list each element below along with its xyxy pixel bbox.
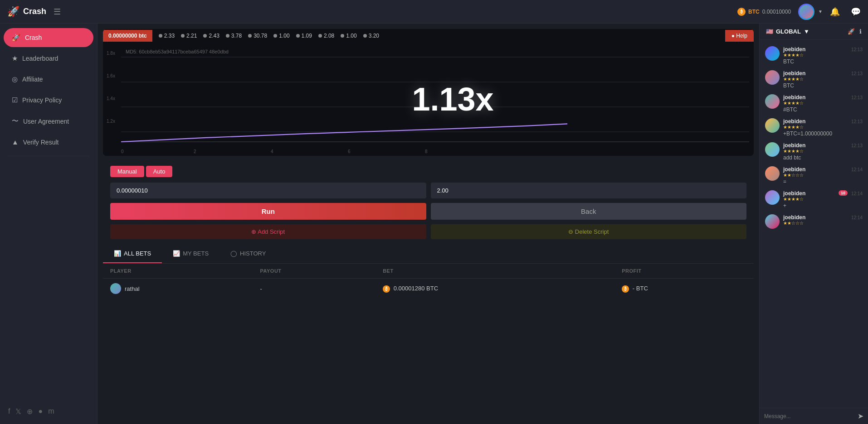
chat-avatar — [765, 46, 780, 61]
chat-input-area: ➤ — [760, 408, 868, 424]
history-tab[interactable]: ◯ HISTORY — [219, 245, 277, 263]
chat-time: 12:13 — [851, 118, 863, 124]
history-item-5[interactable]: 1.00 — [273, 33, 289, 39]
main-content: 0.00000000 btc 2.33 2.21 2.43 3.78 30.78… — [98, 24, 759, 424]
chat-username: joebiden — [783, 118, 848, 125]
chat-stars: ★★★★☆ — [783, 197, 835, 202]
user-avatar-area[interactable]: ▼ — [798, 4, 823, 20]
script-row: ⊕ Add Script ⊖ Delete Script — [110, 224, 746, 239]
all-bets-tab[interactable]: 📊 ALL BETS — [103, 245, 162, 263]
history-item-1[interactable]: 2.21 — [181, 33, 197, 39]
chat-stars: ★★★★☆ — [783, 125, 848, 130]
history-item-3[interactable]: 3.78 — [226, 33, 242, 39]
chat-avatar — [765, 190, 780, 205]
col-payout: PAYOUT — [253, 264, 376, 279]
telegram-icon[interactable]: ● — [38, 407, 43, 416]
twitter-icon[interactable]: 𝕏 — [15, 407, 21, 416]
chat-body: joebiden ★★★★☆ BTC — [783, 70, 848, 89]
leaderboard-icon: ★ — [12, 54, 18, 63]
sidebar-item-user-agreement-label: User Agreement — [23, 118, 69, 125]
chat-text: BTC — [783, 58, 848, 65]
hamburger-button[interactable]: ☰ — [54, 7, 61, 17]
chat-time: 12:14 — [851, 190, 863, 196]
chat-messages: joebiden ★★★★☆ BTC 12:13 joebiden ★★★★☆ … — [760, 40, 868, 408]
add-script-button[interactable]: ⊕ Add Script — [110, 224, 426, 239]
facebook-icon[interactable]: f — [8, 407, 10, 416]
delete-script-button[interactable]: ⊖ Delete Script — [431, 224, 747, 239]
crash-icon: 🚀 — [12, 34, 20, 42]
chat-stars: ★★★★☆ — [783, 53, 848, 58]
sidebar-item-affiliate-label: Affiliate — [22, 76, 43, 83]
chat-avatar — [765, 214, 780, 229]
history-item-2[interactable]: 2.43 — [203, 33, 219, 39]
chart-container: MD5: 60cb8eb53a94117bceba65497 48e0dbd 1… — [103, 43, 754, 156]
chat-stars: ★★☆☆☆ — [783, 173, 848, 178]
help-button[interactable]: ● Help — [725, 30, 754, 42]
chat-stars: ★★☆☆☆ — [783, 221, 848, 226]
player-name: rathal — [125, 285, 140, 292]
verify-icon: ▲ — [12, 138, 19, 146]
chat-avatar — [765, 94, 780, 109]
auto-tab[interactable]: Auto — [146, 166, 173, 177]
run-button[interactable]: Run — [110, 203, 426, 220]
chat-stars: ★★★★☆ — [783, 149, 848, 154]
notification-bell-icon[interactable]: 🔔 — [830, 7, 840, 17]
sidebar-item-leaderboard[interactable]: ★ Leaderboard — [4, 49, 93, 68]
avatar-button[interactable] — [798, 4, 814, 20]
my-bets-icon: 📈 — [173, 250, 180, 257]
bets-table: PLAYER PAYOUT BET PROFIT rathal — [103, 264, 754, 299]
chat-text: BTC — [783, 82, 848, 89]
history-item-6[interactable]: 1.09 — [296, 33, 312, 39]
bets-section: 📊 ALL BETS 📈 MY BETS ◯ HISTORY PLAYER PA… — [103, 245, 754, 299]
sidebar-item-verify[interactable]: ▲ Verify Result — [4, 133, 93, 151]
history-item-8[interactable]: 1.00 — [341, 33, 356, 39]
manual-tab[interactable]: Manual — [110, 166, 144, 177]
chat-message: joebiden ★★☆☆☆ = 12:14 — [760, 164, 868, 188]
my-bets-tab[interactable]: 📈 MY BETS — [162, 245, 219, 263]
back-button[interactable]: Back — [431, 203, 747, 220]
chat-text: = — [783, 178, 848, 185]
header-right: ₿ BTC 0.00010000 ▼ 🔔 💬 — [737, 4, 861, 20]
mode-tabs: Manual Auto — [110, 166, 746, 177]
history-item-0[interactable]: 2.33 — [159, 33, 175, 39]
sidebar-item-privacy[interactable]: ☑ Privacy Policy — [4, 91, 93, 110]
col-profit: PROFIT — [614, 264, 754, 279]
chat-message: joebiden ★★☆☆☆ 12:14 — [760, 212, 868, 231]
chat-time: 12:14 — [851, 214, 863, 220]
reddit-icon[interactable]: m — [48, 407, 54, 416]
sidebar-item-affiliate[interactable]: ◎ Affiliate — [4, 70, 93, 89]
my-bets-label: MY BETS — [183, 250, 209, 257]
action-row: Run Back — [110, 203, 746, 220]
chat-message-input[interactable] — [764, 413, 854, 419]
game-header: 0.00000000 btc 2.33 2.21 2.43 3.78 30.78… — [103, 29, 754, 43]
history-item-9[interactable]: 3.20 — [363, 33, 379, 39]
chat-message: joebiden ★★★★☆ #BTC 12:13 — [760, 92, 868, 116]
chat-message: joebiden ★★★★☆ +BTC=1.000000000 12:13 — [760, 116, 868, 140]
all-bets-label: ALL BETS — [124, 250, 151, 257]
chat-stars: ★★★★☆ — [783, 101, 848, 106]
bet-amount-input[interactable] — [110, 183, 426, 198]
profit-btc-icon: ₿ — [622, 285, 629, 293]
chat-send-button[interactable]: ➤ — [858, 412, 863, 420]
sidebar-item-user-agreement[interactable]: 〜 User Agreement — [4, 111, 93, 131]
chat-message: joebiden ★★★★☆ add btc 12:13 — [760, 140, 868, 164]
global-dropdown-icon[interactable]: ▼ — [804, 28, 809, 35]
player-avatar — [110, 283, 121, 294]
chat-badge: 10 — [839, 190, 848, 196]
multiplier-input[interactable] — [431, 183, 747, 198]
logo-rocket-icon: 🚀 — [7, 6, 20, 18]
chat-panel: 🇺🇸 GLOBAL ▼ 🚀 ℹ joebiden ★★★★☆ BTC 12:13 — [759, 24, 868, 424]
chat-avatar — [765, 142, 780, 157]
avatar-dropdown-icon[interactable]: ▼ — [818, 9, 823, 14]
x-label-4: 8 — [425, 149, 428, 154]
sidebar-item-crash[interactable]: 🚀 Crash — [4, 28, 93, 47]
main-layout: 🚀 Crash ★ Leaderboard ◎ Affiliate ☑ Priv… — [0, 24, 868, 424]
history-item-4[interactable]: 30.78 — [248, 33, 267, 39]
chat-info-icon[interactable]: ℹ — [859, 28, 862, 35]
history-item-7[interactable]: 2.08 — [318, 33, 334, 39]
chat-expand-icon[interactable]: 💬 — [851, 7, 861, 17]
chat-rocket-icon[interactable]: 🚀 — [848, 28, 855, 35]
chat-body: joebiden ★★★★☆ add btc — [783, 142, 848, 161]
btc-amount: 0.00010000 — [762, 9, 791, 15]
discord-icon[interactable]: ⊕ — [27, 407, 33, 416]
